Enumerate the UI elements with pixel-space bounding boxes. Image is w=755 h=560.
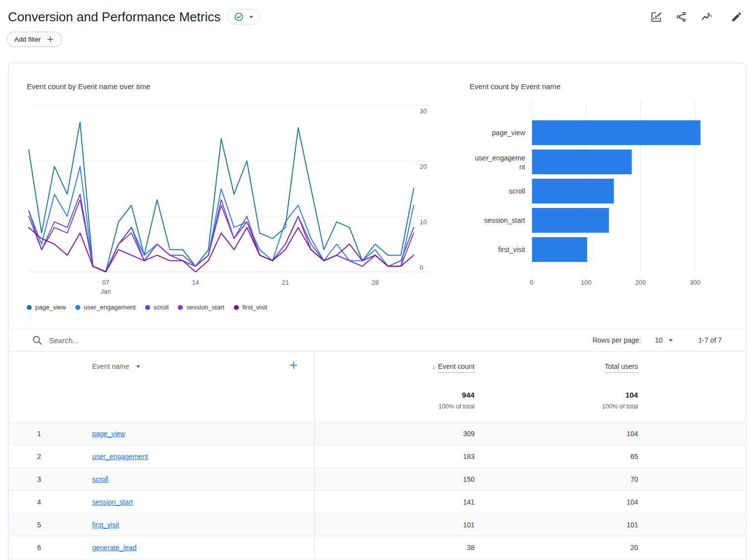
legend-label: page_view (35, 304, 66, 311)
metric1-header-cell: ↓ Event count (315, 352, 476, 386)
total-users-cell: 70 (476, 468, 639, 490)
legend-label: first_visit (242, 304, 268, 311)
totals-event-count-value: 944 (315, 391, 475, 400)
filter-row: Add filter (0, 32, 755, 47)
status-pill[interactable] (227, 9, 260, 25)
bar-chart-panel: Event count by Event name 0100200300page… (470, 82, 727, 311)
totals-event-count-pct: 100% of total (315, 403, 475, 410)
svg-text:Jan: Jan (101, 288, 111, 295)
totals-total-users-value: 104 (476, 391, 638, 400)
svg-text:20: 20 (420, 163, 427, 170)
share-icon[interactable] (675, 10, 688, 23)
row-left-cell: 4session_start (8, 491, 315, 513)
legend-dot-icon (75, 305, 80, 310)
plus-icon (46, 35, 54, 44)
legend-dot-icon (234, 305, 239, 310)
row-index: 5 (8, 521, 92, 529)
row-index: 2 (8, 453, 92, 460)
row-name-cell: first_visit (92, 520, 119, 529)
row-left-cell: 2user_engagement (8, 445, 315, 467)
event-link[interactable]: first_visit (92, 521, 119, 529)
row-filler (639, 491, 746, 513)
event-count-cell: 141 (315, 491, 476, 513)
table-row: 2user_engagement18365 (8, 445, 746, 467)
row-index: 1 (8, 430, 92, 438)
column-header-total-users[interactable]: Total users (604, 362, 638, 373)
check-circle-icon (234, 12, 244, 22)
event-link[interactable]: user_engagement (92, 453, 148, 460)
svg-text:session_start: session_start (485, 216, 526, 224)
row-name-cell: user_engagement (92, 452, 148, 461)
add-column-button[interactable] (288, 360, 299, 372)
row-filler (639, 468, 746, 490)
svg-text:30: 30 (420, 107, 427, 115)
svg-text:14: 14 (192, 279, 199, 286)
legend-item-user_engagement: user_engagement (75, 304, 136, 311)
event-count-cell: 309 (315, 422, 476, 445)
page-title: Conversion and Performance Metrics (8, 9, 220, 25)
total-users-cell: 20 (476, 536, 639, 559)
table-row: 3scroll15070 (8, 467, 746, 490)
rows-per-page-select[interactable]: 10 (655, 336, 673, 344)
table-row: 5first_visit101101 (8, 513, 746, 536)
column-header-event-count[interactable]: ↓ Event count (432, 362, 475, 373)
legend-dot-icon (27, 305, 32, 310)
total-users-cell: 65 (476, 445, 639, 467)
report-chart-edit-icon[interactable] (649, 10, 662, 23)
toolbar (649, 10, 743, 23)
line-chart-legend: page_viewuser_engagementscrollsession_st… (27, 304, 442, 311)
rows-per-page-label: Rows per page: (593, 336, 641, 344)
svg-text:page_view: page_view (492, 129, 526, 137)
legend-dot-icon (145, 305, 150, 310)
column-header-event-name[interactable]: Event name (92, 362, 140, 370)
event-link[interactable]: scroll (92, 475, 108, 483)
add-filter-label: Add filter (14, 36, 41, 43)
sort-descending-icon: ↓ (432, 362, 435, 370)
svg-text:scroll: scroll (509, 187, 525, 195)
totals-total-users-pct: 100% of total (476, 403, 638, 410)
svg-text:0: 0 (530, 279, 533, 286)
totals-total-users: 104 100% of total (476, 386, 639, 422)
row-left-cell: 1page_view (8, 422, 315, 445)
row-filler (639, 513, 746, 536)
line-chart-title: Event count by Event name over time (27, 82, 442, 91)
plus-icon (288, 360, 299, 370)
event-count-cell: 150 (315, 468, 476, 490)
edit-pencil-icon[interactable] (730, 10, 743, 23)
row-left-cell: 3scroll (8, 468, 315, 490)
event-count-cell: 183 (315, 445, 476, 467)
total-users-cell: 104 (476, 422, 639, 445)
add-filter-button[interactable]: Add filter (7, 32, 62, 47)
row-name-cell: session_start (92, 498, 133, 507)
event-link[interactable]: page_view (92, 430, 125, 438)
event-count-cell: 38 (315, 536, 476, 559)
legend-label: user_engagement (84, 304, 136, 311)
row-index: 3 (8, 475, 92, 483)
rows-per-page-value: 10 (655, 336, 663, 344)
legend-label: scroll (154, 304, 168, 311)
insights-icon[interactable] (700, 10, 713, 23)
search-icon (32, 335, 43, 346)
svg-text:300: 300 (690, 279, 701, 286)
report-header: Conversion and Performance Metrics (0, 0, 755, 26)
svg-text:100: 100 (581, 279, 592, 286)
event-link[interactable]: session_start (92, 498, 133, 506)
line-chart: 010203007142128Jan (27, 98, 435, 296)
svg-text:10: 10 (420, 218, 427, 226)
event-link[interactable]: generate_lead (92, 544, 137, 552)
row-index: 6 (8, 544, 92, 552)
sort-caret-icon (136, 365, 140, 368)
row-name-cell: generate_lead (92, 543, 137, 552)
bar-chart-title: Event count by Event name (470, 82, 727, 91)
search-input[interactable] (49, 336, 593, 345)
svg-text:0: 0 (420, 264, 423, 271)
event-name-header-label: Event name (92, 362, 129, 370)
legend-item-session_start: session_start (178, 304, 224, 311)
legend-item-first_visit: first_visit (234, 304, 268, 311)
total-users-cell: 101 (476, 513, 639, 536)
row-index: 4 (8, 498, 92, 506)
row-filler (639, 445, 746, 467)
metric2-header-cell: Total users (476, 352, 639, 386)
svg-text:nt: nt (519, 163, 525, 171)
dimension-header-cell: Event name (8, 352, 315, 386)
